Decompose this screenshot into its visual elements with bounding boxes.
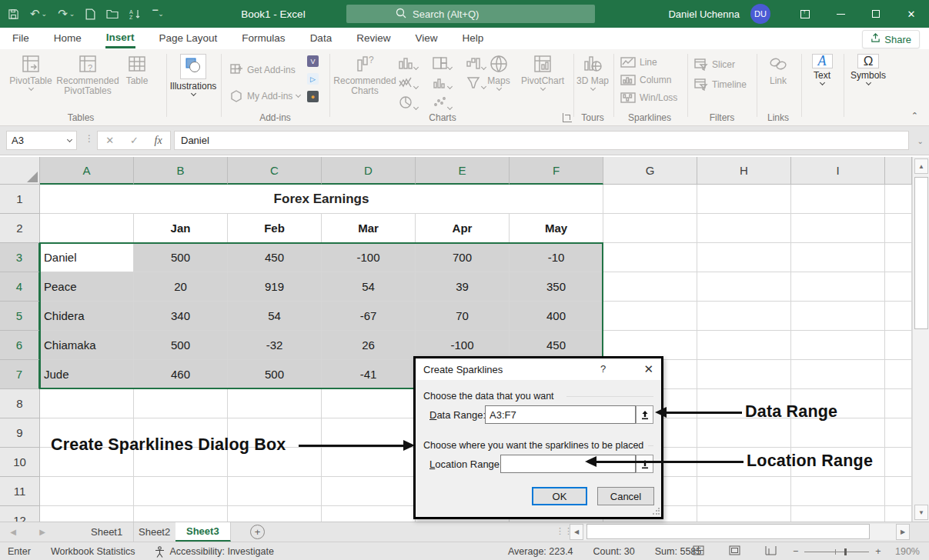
cell-B12[interactable] <box>134 506 228 522</box>
cell-I3[interactable] <box>791 243 885 272</box>
cell-F4[interactable]: 350 <box>510 272 603 302</box>
cell-G2[interactable] <box>603 214 697 243</box>
cell-C5[interactable]: 54 <box>228 302 322 331</box>
cell-partial-10[interactable] <box>885 448 912 477</box>
cell-B8[interactable] <box>134 389 228 418</box>
cell-A7[interactable]: Jude <box>40 360 134 389</box>
undo-button[interactable]: ↶⌄ <box>30 7 47 21</box>
avatar[interactable]: DU <box>750 4 770 24</box>
cell-partial-3[interactable] <box>885 243 912 272</box>
sparkline-winloss-button[interactable]: Win/Loss <box>620 92 677 103</box>
new-file-icon[interactable] <box>85 8 95 20</box>
text-button[interactable]: A Text <box>805 54 839 85</box>
cell-F3[interactable]: -10 <box>510 243 603 272</box>
cell-E2[interactable]: Apr <box>416 214 510 243</box>
get-add-ins-button[interactable]: Get Add-ins <box>229 63 296 77</box>
cell-B3[interactable]: 500 <box>134 243 228 272</box>
cell-partial-9[interactable] <box>885 418 912 448</box>
row-header-11[interactable]: 11 <box>0 477 40 506</box>
row-header-1[interactable]: 1 <box>0 185 40 214</box>
maximize-button[interactable] <box>858 0 894 28</box>
cell-D2[interactable]: Mar <box>322 214 416 243</box>
cell-partial-4[interactable] <box>885 272 912 302</box>
tab-insert[interactable]: Insert <box>94 28 147 49</box>
sort-az-icon[interactable]: AZ <box>129 8 142 20</box>
column-chart-icon[interactable] <box>399 57 433 76</box>
dialog-help-button[interactable]: ? <box>600 363 606 375</box>
zoom-in-icon[interactable]: + <box>875 546 881 557</box>
customize-qat-icon[interactable]: ▔⌄ <box>152 10 163 18</box>
share-button[interactable]: Share <box>862 30 920 48</box>
people-graph-addin-icon[interactable]: ● <box>307 91 319 102</box>
sparkline-line-button[interactable]: Line <box>620 57 657 68</box>
close-button[interactable]: ✕ <box>894 0 929 28</box>
ok-button[interactable]: OK <box>532 487 587 505</box>
cell-D8[interactable] <box>322 389 416 418</box>
redo-button[interactable]: ↷⌄ <box>58 7 75 21</box>
sheet-tab-sheet1[interactable]: Sheet1 <box>80 522 134 542</box>
cell-I9[interactable] <box>791 418 885 448</box>
vertical-scroll-thumb[interactable] <box>914 177 928 329</box>
slicer-button[interactable]: Slicer <box>694 58 735 71</box>
cell-I1[interactable] <box>791 185 885 214</box>
cell-H4[interactable] <box>697 272 791 302</box>
cell-C3[interactable]: 450 <box>228 243 322 272</box>
status-count[interactable]: Count: 30 <box>593 546 635 557</box>
link-button[interactable]: Link <box>760 54 796 86</box>
cell-I4[interactable] <box>791 272 885 302</box>
row-header-10[interactable]: 10 <box>0 448 40 477</box>
row-header-4[interactable]: 4 <box>0 272 40 302</box>
cell-B7[interactable]: 460 <box>134 360 228 389</box>
horizontal-scrollbar[interactable] <box>583 524 896 540</box>
collapse-ribbon-icon[interactable]: ⌃ <box>911 111 918 121</box>
cell-partial-1[interactable] <box>885 185 912 214</box>
cell-D7[interactable]: -41 <box>322 360 416 389</box>
search-input[interactable]: Search (Alt+Q) <box>346 5 595 23</box>
cell-H9[interactable] <box>697 418 791 448</box>
line-chart-icon[interactable] <box>399 76 433 95</box>
cell-H2[interactable] <box>697 214 791 243</box>
hierarchy-chart-icon[interactable] <box>433 57 466 76</box>
cell-B11[interactable] <box>134 477 228 506</box>
cell-G3[interactable] <box>603 243 697 272</box>
page-layout-view-icon[interactable] <box>729 545 740 558</box>
vertical-scrollbar[interactable]: ▲ ▼ <box>912 157 929 522</box>
symbols-button[interactable]: Ω Symbols <box>847 54 890 85</box>
cell-H1[interactable] <box>697 185 791 214</box>
dialog-close-button[interactable]: ✕ <box>643 362 653 376</box>
cancel-button[interactable]: Cancel <box>597 487 654 505</box>
sheet-tab-sheet2[interactable]: Sheet2 <box>128 522 182 542</box>
cell-A12[interactable] <box>40 506 134 522</box>
row-header-2[interactable]: 2 <box>0 214 40 243</box>
cell-A6[interactable]: Chiamaka <box>40 331 134 360</box>
cell-partial-6[interactable] <box>885 331 912 360</box>
cell-H6[interactable] <box>697 331 791 360</box>
cell-partial-5[interactable] <box>885 302 912 331</box>
my-add-ins-button[interactable]: My Add-ins <box>229 89 300 103</box>
3d-map-button[interactable]: 3D Map <box>576 54 610 90</box>
cell-C6[interactable]: -32 <box>228 331 322 360</box>
minimize-button[interactable] <box>823 0 858 28</box>
cell-C12[interactable] <box>228 506 322 522</box>
cell-C7[interactable]: 500 <box>228 360 322 389</box>
row-header-6[interactable]: 6 <box>0 331 40 360</box>
cell-D11[interactable] <box>322 477 416 506</box>
cell-H7[interactable] <box>697 360 791 389</box>
cell-I6[interactable] <box>791 331 885 360</box>
workbook-statistics[interactable]: Workbook Statistics <box>51 546 135 557</box>
col-header-I[interactable]: I <box>791 157 885 185</box>
col-header-G[interactable]: G <box>603 157 697 185</box>
hscroll-left-icon[interactable]: ◀ <box>570 524 583 540</box>
expand-formula-bar-icon[interactable]: ⌄ <box>917 137 924 145</box>
hscroll-right-icon[interactable]: ▶ <box>896 524 910 540</box>
zoom-slider[interactable] <box>804 552 869 552</box>
cell-partial-11[interactable] <box>885 477 912 506</box>
col-header-H[interactable]: H <box>697 157 791 185</box>
sparkline-column-button[interactable]: Column <box>620 75 671 85</box>
cell-I12[interactable] <box>791 506 885 522</box>
col-header-C[interactable]: C <box>228 157 322 185</box>
col-header-A[interactable]: A <box>40 157 134 185</box>
cell-C2[interactable]: Feb <box>228 214 322 243</box>
tab-review[interactable]: Review <box>344 28 403 49</box>
cell-partial-7[interactable] <box>885 360 912 389</box>
